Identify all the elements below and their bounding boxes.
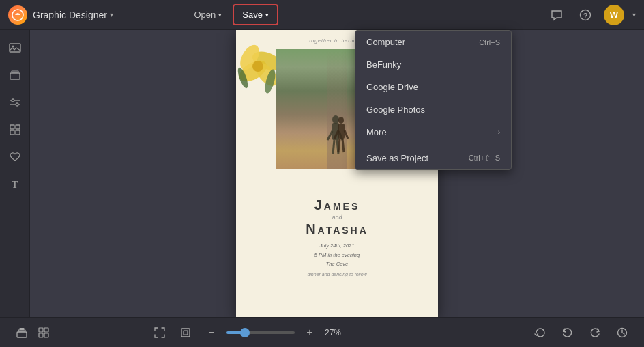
save-computer-item[interactable]: Computer Ctrl+S (355, 31, 511, 53)
svg-line-25 (327, 131, 332, 140)
sidebar-item-image[interactable] (3, 36, 27, 60)
design-text-section: James and Natasha July 24th, 2021 5 PM i… (236, 191, 438, 317)
sidebar-item-text[interactable]: T (3, 172, 27, 197)
app-name-label: Graphic Designer ▾ (33, 10, 113, 20)
sidebar-item-adjustments[interactable] (3, 90, 27, 115)
grid-bottom-button[interactable] (33, 322, 55, 344)
svg-rect-30 (338, 124, 345, 139)
save-googledrive-item[interactable]: Google Drive (355, 76, 511, 98)
svg-point-20 (252, 61, 263, 72)
save-googlephotos-item[interactable]: Google Photos (355, 98, 511, 121)
save-more-label: More (366, 127, 387, 137)
save-befunky-label: BeFunky (366, 59, 401, 70)
dropdown-divider (355, 145, 511, 145)
save-project-item[interactable]: Save as Project Ctrl+⇧+S (355, 147, 511, 169)
help-button[interactable]: ? (575, 5, 596, 25)
svg-rect-49 (181, 329, 190, 337)
svg-line-33 (338, 139, 340, 152)
name2-text: Natasha (306, 221, 368, 237)
save-button[interactable]: Save ▾ (233, 4, 278, 25)
save-computer-label: Computer (366, 37, 405, 47)
save-more-item[interactable]: More › (355, 121, 511, 143)
save-computer-shortcut: Ctrl+S (479, 38, 500, 46)
save-dropdown: Computer Ctrl+S BeFunky Google Drive Goo… (355, 30, 512, 170)
svg-rect-3 (10, 44, 20, 52)
rotate-button[interactable] (529, 322, 551, 344)
open-label: Open (194, 10, 216, 20)
left-sidebar: T (0, 30, 30, 317)
svg-rect-12 (16, 125, 20, 129)
svg-rect-11 (10, 125, 14, 129)
save-befunky-item[interactable]: BeFunky (355, 53, 511, 76)
user-initial: W (610, 10, 618, 20)
svg-point-4 (12, 46, 14, 48)
save-chevron-icon: ▾ (265, 12, 269, 18)
zoom-minus-icon: − (208, 327, 214, 339)
zoom-plus-icon: + (306, 327, 312, 339)
date-info: July 24th, 2021 5 PM in the evening The … (314, 241, 360, 269)
and-text: and (332, 214, 342, 221)
logo-area[interactable]: Graphic Designer ▾ (8, 5, 113, 25)
save-more-arrow-icon: › (498, 128, 500, 136)
comment-button[interactable] (546, 5, 567, 25)
app-name-chevron-icon: ▾ (110, 11, 113, 18)
svg-rect-48 (44, 333, 48, 337)
svg-rect-6 (12, 71, 18, 72)
svg-rect-13 (10, 130, 14, 135)
user-avatar[interactable]: W (604, 5, 624, 25)
sidebar-item-grid[interactable] (3, 117, 27, 142)
save-label: Save (242, 10, 263, 20)
location-text: The Cove (326, 261, 349, 267)
zoom-value-text: 27% (325, 328, 341, 337)
svg-rect-45 (39, 328, 43, 332)
user-chevron-icon: ▾ (632, 11, 636, 18)
undo-button[interactable] (557, 322, 579, 344)
right-icons: ? W ▾ (546, 5, 636, 25)
zoom-controls: − + 27% (149, 322, 341, 344)
redo-button[interactable] (584, 322, 606, 344)
svg-rect-43 (18, 330, 25, 331)
svg-rect-14 (16, 130, 20, 135)
svg-rect-46 (44, 328, 48, 332)
svg-point-9 (12, 99, 14, 102)
save-googledrive-label: Google Drive (366, 82, 418, 92)
layers-bottom-button[interactable] (11, 322, 33, 344)
top-nav: Open ▾ Save ▾ (186, 4, 278, 25)
frame-button[interactable] (175, 322, 196, 344)
footer-text: dinner and dancing to follow (307, 272, 366, 277)
svg-rect-42 (17, 332, 27, 337)
bottom-toolbar: − + 27% (0, 317, 644, 347)
date-text: July 24th, 2021 (320, 242, 355, 249)
save-googlephotos-label: Google Photos (366, 105, 425, 115)
history-button[interactable] (611, 322, 633, 344)
time-text: 5 PM in the evening (314, 252, 360, 258)
svg-line-27 (333, 140, 334, 154)
sidebar-item-favorites[interactable] (3, 145, 27, 169)
name1-text: James (314, 197, 360, 213)
svg-text:?: ? (583, 11, 588, 19)
svg-line-34 (342, 139, 344, 152)
logo-icon (8, 5, 27, 25)
zoom-plus-button[interactable]: + (299, 322, 321, 344)
app-name-text: Graphic Designer (33, 10, 107, 20)
svg-rect-50 (184, 331, 188, 335)
expand-button[interactable] (149, 322, 171, 344)
svg-point-29 (338, 117, 344, 124)
svg-point-23 (332, 115, 339, 124)
svg-rect-47 (39, 333, 43, 337)
canvas-area: together in harmony (30, 30, 644, 317)
right-bottom-icons (529, 322, 633, 344)
save-project-label: Save as Project (366, 153, 428, 163)
topbar: Graphic Designer ▾ Open ▾ Save ▾ ? W (0, 0, 644, 30)
sidebar-item-layers[interactable] (3, 63, 27, 87)
save-project-shortcut: Ctrl+⇧+S (469, 154, 500, 163)
zoom-slider[interactable] (226, 331, 295, 334)
zoom-minus-button[interactable]: − (201, 322, 222, 344)
svg-rect-5 (10, 73, 20, 79)
open-chevron-icon: ▾ (218, 12, 222, 18)
zoom-thumb[interactable] (240, 328, 250, 337)
open-button[interactable]: Open ▾ (186, 5, 230, 24)
svg-rect-44 (20, 328, 24, 329)
svg-point-10 (16, 103, 18, 106)
svg-line-32 (345, 130, 348, 139)
